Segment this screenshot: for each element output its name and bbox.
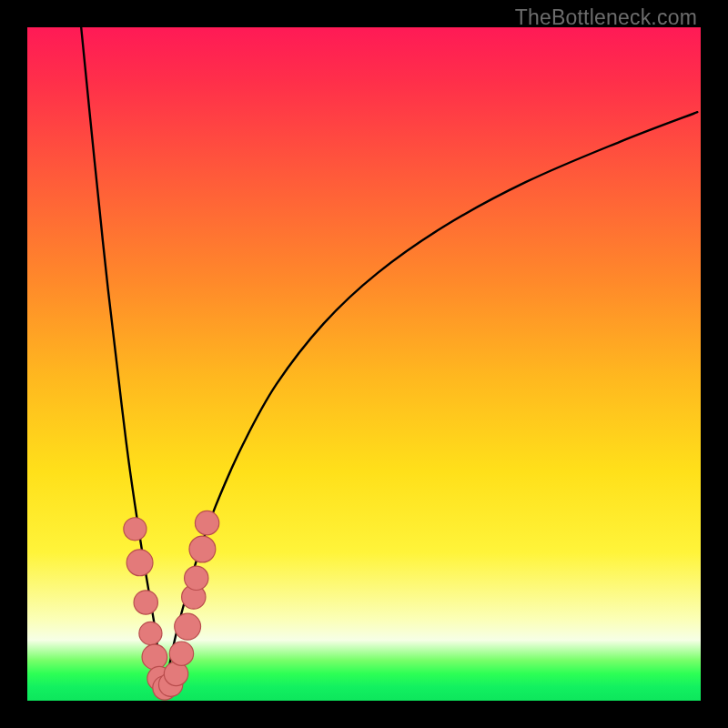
plot-area bbox=[27, 27, 701, 701]
curves-svg bbox=[27, 27, 701, 701]
chart-frame: TheBottleneck.com bbox=[0, 0, 728, 728]
data-marker bbox=[175, 613, 201, 640]
curve-right-branch bbox=[163, 112, 697, 685]
data-marker bbox=[126, 550, 153, 576]
data-marker bbox=[185, 566, 208, 590]
data-marker bbox=[124, 518, 147, 541]
curve-left-branch bbox=[81, 27, 163, 686]
data-marker bbox=[134, 591, 157, 614]
data-markers bbox=[124, 511, 219, 700]
data-marker bbox=[195, 511, 218, 534]
data-marker bbox=[169, 642, 193, 665]
watermark-text: TheBottleneck.com bbox=[515, 5, 697, 30]
data-marker bbox=[142, 644, 167, 670]
data-marker bbox=[139, 622, 162, 644]
data-marker bbox=[189, 536, 216, 562]
